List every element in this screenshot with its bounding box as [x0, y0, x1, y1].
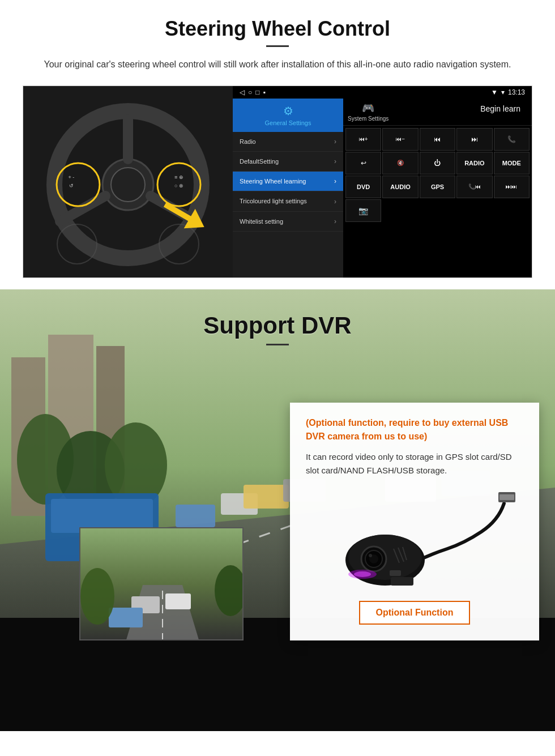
dvr-info-box: (Optional function, require to buy exter…	[290, 403, 539, 640]
ctrl-camera[interactable]: 📷	[345, 199, 381, 222]
svg-rect-46	[391, 577, 413, 586]
system-row: 🎮 System Settings Begin learn	[343, 99, 532, 126]
dvr-inset-view	[79, 527, 244, 640]
ctrl-mode[interactable]: MODE	[494, 152, 530, 174]
menu-item-steering-label: Steering Wheel learning	[240, 177, 306, 185]
chevron-icon-radio: ›	[334, 138, 336, 146]
signal-icon: ▼	[491, 88, 498, 96]
nav-home-icon: ○	[248, 88, 252, 96]
wifi-icon: ▾	[501, 88, 505, 96]
dvr-inset-svg	[80, 528, 244, 640]
dvr-camera-svg	[306, 486, 521, 588]
menu-item-radio-label: Radio	[240, 138, 256, 146]
android-ui-panel: ◁ ○ □ ▪ ▼ ▾ 13:13 ⚙ General Settings	[233, 86, 532, 277]
dvr-title-area: Support DVR	[0, 289, 555, 354]
control-buttons-grid: ⏮+ ⏮− ⏮ ⏭ 📞 ↩ 🔇 ⏻ RADIO MODE DVD AUDIO	[343, 126, 532, 224]
dvr-camera-image-area	[306, 486, 523, 591]
svg-text:≡  ⊕: ≡ ⊕	[174, 174, 183, 180]
ctrl-vol-up[interactable]: ⏮+	[345, 128, 381, 151]
chevron-icon-steering: ›	[334, 177, 336, 185]
svg-point-42	[369, 554, 372, 557]
title-divider	[266, 45, 289, 47]
control-panel: 🎮 System Settings Begin learn ⏮+ ⏮− ⏮ ⏭ …	[343, 99, 532, 277]
gear-icon: ⚙	[283, 104, 293, 118]
steering-wheel-image: + - ↺ ≡ ⊕ ○ ⊗	[23, 86, 233, 277]
system-settings-area: 🎮 System Settings	[348, 102, 388, 122]
ctrl-phone[interactable]: 📞	[494, 128, 530, 151]
settings-menu: ⚙ General Settings Radio › DefaultSettin…	[233, 99, 343, 277]
ctrl-radio[interactable]: RADIO	[456, 152, 492, 174]
dvr-inset-background	[80, 528, 242, 639]
menu-item-tricoloured[interactable]: Tricoloured light settings ›	[233, 191, 343, 211]
svg-point-48	[354, 571, 371, 577]
status-time: 13:13	[508, 88, 525, 96]
dvr-divider	[266, 344, 289, 345]
ctrl-phone-prev[interactable]: 📞⏮	[456, 176, 492, 198]
svg-text:○  ⊗: ○ ⊗	[174, 183, 183, 189]
menu-item-whitelist-label: Whitelist setting	[240, 217, 283, 225]
chevron-icon-tricoloured: ›	[334, 198, 336, 206]
android-statusbar: ◁ ○ □ ▪ ▼ ▾ 13:13	[233, 86, 532, 99]
nav-recents-icon: □	[255, 88, 259, 96]
dvr-title: Support DVR	[0, 312, 555, 339]
menu-item-tricoloured-label: Tricoloured light settings	[240, 197, 307, 205]
ctrl-audio[interactable]: AUDIO	[382, 176, 418, 198]
svg-rect-49	[390, 570, 401, 576]
svg-text:+  -: + -	[69, 174, 75, 180]
ctrl-next[interactable]: ⏭	[456, 128, 492, 151]
dvr-section: Support DVR (Optional function, require …	[0, 289, 555, 731]
svg-rect-55	[109, 608, 143, 627]
menu-item-steering-learning[interactable]: Steering Wheel learning ›	[233, 172, 343, 191]
ctrl-next-next[interactable]: ⏭⏭	[494, 176, 530, 198]
system-settings-icon: 🎮	[362, 102, 374, 114]
steering-subtitle: Your original car's steering wheel contr…	[34, 57, 521, 72]
menu-item-default-label: DefaultSetting	[240, 157, 279, 165]
chevron-icon-default: ›	[334, 157, 336, 165]
steering-wheel-photo: + - ↺ ≡ ⊕ ○ ⊗	[23, 86, 233, 277]
general-settings-header[interactable]: ⚙ General Settings	[233, 99, 343, 132]
menu-item-whitelist[interactable]: Whitelist setting ›	[233, 212, 343, 232]
general-settings-label: General Settings	[265, 119, 311, 126]
svg-rect-36	[500, 494, 514, 500]
nav-back-icon: ◁	[240, 88, 245, 96]
dvr-info-title: (Optional function, require to buy exter…	[306, 416, 523, 443]
ctrl-gps[interactable]: GPS	[420, 176, 455, 198]
svg-rect-28	[244, 485, 289, 509]
begin-learn-button[interactable]: Begin learn	[473, 102, 527, 116]
steering-section: Steering Wheel Control Your original car…	[0, 0, 555, 289]
ctrl-vol-down[interactable]: ⏮−	[382, 128, 418, 151]
ctrl-dvd[interactable]: DVD	[345, 176, 381, 198]
ctrl-mute[interactable]: 🔇	[382, 152, 418, 174]
svg-rect-54	[165, 593, 191, 609]
svg-point-56	[80, 568, 114, 625]
dvr-info-text: It can record video only to storage in G…	[306, 450, 523, 477]
ctrl-power[interactable]: ⏻	[420, 152, 455, 174]
optional-btn-container: Optional Function	[306, 596, 523, 625]
steering-wheel-svg: + - ↺ ≡ ⊕ ○ ⊗	[26, 86, 230, 277]
system-settings-label: System Settings	[348, 116, 388, 122]
steering-title: Steering Wheel Control	[23, 17, 532, 41]
optional-function-button[interactable]: Optional Function	[359, 601, 471, 625]
svg-point-6	[111, 168, 145, 202]
nav-menu-icon: ▪	[263, 88, 266, 96]
menu-item-radio[interactable]: Radio ›	[233, 132, 343, 152]
ctrl-back[interactable]: ↩	[345, 152, 381, 174]
menu-item-defaultsetting[interactable]: DefaultSetting ›	[233, 152, 343, 172]
svg-rect-26	[176, 505, 215, 527]
chevron-icon-whitelist: ›	[334, 217, 336, 225]
android-content-area: ⚙ General Settings Radio › DefaultSettin…	[233, 99, 532, 277]
svg-text:↺: ↺	[69, 183, 74, 189]
steering-demo-area: + - ↺ ≡ ⊕ ○ ⊗ ◁ ○ □ ▪	[23, 86, 532, 278]
ctrl-prev[interactable]: ⏮	[420, 128, 455, 151]
